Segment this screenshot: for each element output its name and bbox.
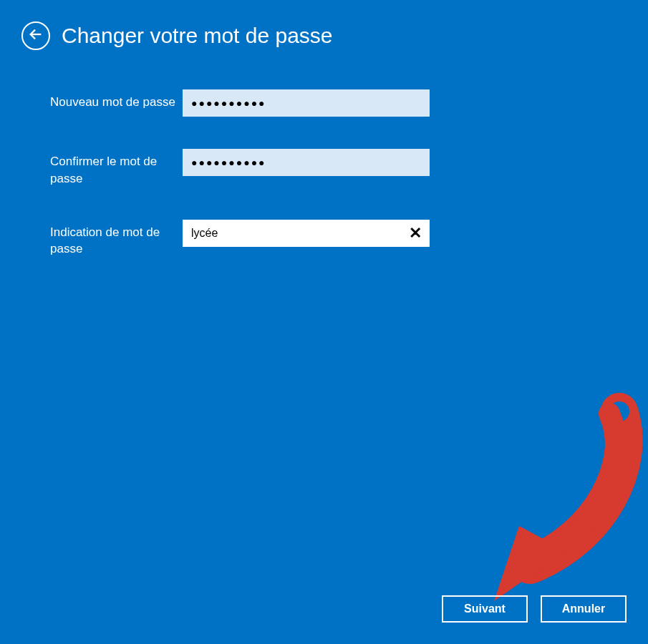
page-title: Changer votre mot de passe: [62, 24, 333, 48]
svg-marker-2: [494, 526, 566, 601]
new-password-input[interactable]: [183, 89, 430, 117]
password-hint-label: Indication de mot de passe: [50, 220, 183, 258]
annotation-arrow-icon: [422, 379, 648, 608]
svg-point-1: [609, 401, 629, 421]
password-form: Nouveau mot de passe Confirmer le mot de…: [0, 50, 648, 258]
back-arrow-icon: [28, 26, 44, 45]
close-icon: ✕: [409, 224, 422, 243]
back-button[interactable]: [21, 21, 50, 50]
next-button[interactable]: Suivant: [442, 595, 528, 623]
clear-hint-button[interactable]: ✕: [405, 223, 425, 243]
confirm-password-label: Confirmer le mot de passe: [50, 149, 183, 187]
confirm-password-input[interactable]: [183, 149, 430, 176]
password-hint-input[interactable]: [183, 220, 430, 247]
new-password-label: Nouveau mot de passe: [50, 89, 183, 111]
cancel-button[interactable]: Annuler: [541, 595, 627, 623]
